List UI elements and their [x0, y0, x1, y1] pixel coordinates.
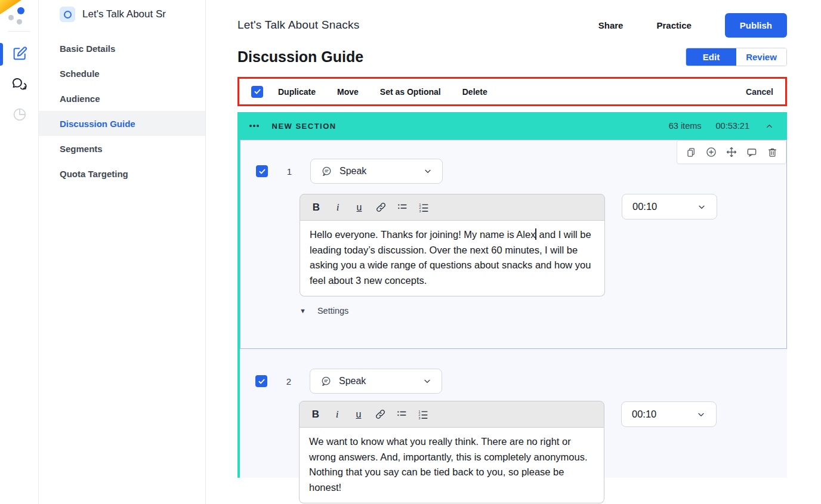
delete-item-icon[interactable]	[762, 142, 782, 162]
practice-button[interactable]: Practice	[656, 20, 691, 30]
guide-item-1-card: 1 Speak B i u	[240, 140, 787, 349]
item-2-number: 2	[283, 376, 295, 386]
rail-divider	[8, 31, 30, 32]
move-button[interactable]: Move	[337, 87, 359, 97]
pie-chart-icon	[11, 106, 28, 123]
item-2-duration-select[interactable]: 00:10	[621, 401, 717, 427]
underline-icon[interactable]: u	[348, 404, 369, 425]
speak-icon	[320, 165, 333, 178]
cancel-button[interactable]: Cancel	[746, 87, 773, 97]
sidebar-item-schedule[interactable]: Schedule	[39, 61, 205, 86]
item-2-editor: B i u 123 We want to know what you reall…	[299, 401, 604, 503]
project-name-heading: Let's Talk About Snacks	[237, 18, 359, 32]
page-header: Discussion Guide Edit Review	[237, 48, 787, 66]
numbered-list-icon[interactable]: 123	[412, 404, 434, 425]
app-logo-dots-icon[interactable]	[0, 5, 39, 29]
edit-review-toggle: Edit Review	[686, 48, 787, 66]
tab-review[interactable]: Review	[736, 48, 786, 66]
sidebar-item-basic-details[interactable]: Basic Details	[39, 36, 205, 61]
item-1-header-row: 1 Speak	[256, 159, 443, 184]
item-hover-toolbar	[677, 140, 786, 164]
link-icon[interactable]	[369, 404, 391, 425]
delete-button[interactable]: Delete	[462, 87, 487, 97]
item-2-type-label: Speak	[339, 376, 366, 386]
item-1-checkbox[interactable]	[256, 165, 268, 177]
add-item-icon[interactable]	[701, 142, 721, 162]
section-duration: 00:53:21	[716, 121, 749, 131]
rail-item-chat[interactable]	[0, 76, 39, 93]
project-sidebar: Let's Talk About Sr Basic Details Schedu…	[39, 0, 206, 504]
numbered-list-icon[interactable]: 123	[413, 197, 434, 218]
set-as-optional-button[interactable]: Set as Optional	[380, 87, 441, 97]
item-2-duration-value: 00:10	[632, 409, 656, 420]
item-2-header-row: 2 Speak	[255, 369, 442, 394]
main-content: Let's Talk About Snacks Share Practice P…	[206, 0, 821, 504]
item-1-settings-toggle[interactable]: ▼ Settings	[300, 306, 348, 316]
item-1-type-label: Speak	[339, 166, 366, 177]
share-button[interactable]: Share	[598, 20, 624, 30]
section-body: 1 Speak B i u	[237, 140, 787, 478]
section-title: NEW SECTION	[272, 122, 337, 131]
item-2-editor-toolbar: B i u 123	[299, 401, 604, 428]
bulk-action-bar: Duplicate Move Set as Optional Delete Ca…	[237, 77, 787, 106]
app-icon-rail	[0, 0, 39, 504]
section-collapse-button[interactable]	[765, 122, 774, 131]
duplicate-item-icon[interactable]	[681, 142, 701, 162]
rail-item-guide-editor[interactable]	[0, 45, 39, 62]
item-1-number: 1	[283, 166, 295, 177]
italic-icon[interactable]: i	[326, 404, 348, 425]
item-1-type-select[interactable]: Speak	[310, 159, 443, 184]
item-1-settings-label: Settings	[317, 306, 348, 316]
guide-item-2: 2 Speak B i u	[240, 369, 787, 504]
link-icon[interactable]	[370, 197, 391, 218]
bullet-list-icon[interactable]	[391, 197, 413, 218]
item-1-editor: B i u 123 Hello everyone. Thanks for joi…	[300, 194, 605, 296]
page-title: Discussion Guide	[237, 48, 363, 66]
speak-icon	[320, 375, 332, 388]
item-2-checkbox[interactable]	[255, 375, 267, 387]
item-2-text-input[interactable]: We want to know what you really think. T…	[299, 428, 604, 503]
item-1-text-input[interactable]: Hello everyone. Thanks for joining! My n…	[300, 221, 605, 296]
rail-item-reports[interactable]	[0, 106, 39, 123]
project-title: Let's Talk About Sr	[82, 8, 166, 20]
section-header: NEW SECTION 63 items 00:53:21	[237, 112, 787, 140]
project-avatar-icon	[60, 7, 75, 22]
move-item-icon[interactable]	[721, 142, 742, 162]
sidebar-item-quota-targeting[interactable]: Quota Targeting	[39, 161, 205, 186]
item-2-type-select[interactable]: Speak	[310, 369, 442, 394]
item-1-text-before-caret: Hello everyone. Thanks for joining! My n…	[310, 229, 535, 240]
italic-icon[interactable]: i	[327, 197, 348, 218]
section-items-count: 63 items	[669, 121, 702, 131]
sidebar-item-discussion-guide[interactable]: Discussion Guide	[39, 111, 205, 136]
section-menu-icon[interactable]	[249, 125, 259, 127]
triangle-down-icon: ▼	[300, 307, 306, 314]
chevron-down-icon	[422, 376, 432, 386]
bold-icon[interactable]: B	[305, 197, 327, 218]
sidebar-item-audience[interactable]: Audience	[39, 86, 205, 111]
compose-icon	[11, 45, 28, 62]
item-1-editor-toolbar: B i u 123	[300, 194, 605, 221]
top-header: Let's Talk About Snacks Share Practice P…	[237, 13, 787, 38]
duplicate-button[interactable]: Duplicate	[278, 87, 316, 97]
project-header[interactable]: Let's Talk About Sr	[39, 6, 205, 23]
item-1-duration-select[interactable]: 00:10	[622, 194, 717, 219]
svg-text:3: 3	[418, 416, 420, 420]
chevron-down-icon	[423, 166, 433, 176]
chat-bubbles-icon	[11, 76, 28, 93]
select-all-checkbox[interactable]	[251, 86, 263, 98]
chevron-down-icon	[696, 410, 706, 419]
chevron-down-icon	[697, 202, 706, 212]
bullet-list-icon[interactable]	[391, 404, 412, 425]
item-1-duration-value: 00:10	[632, 201, 657, 212]
svg-text:3: 3	[419, 209, 421, 213]
tab-edit[interactable]: Edit	[686, 48, 736, 66]
bold-icon[interactable]: B	[305, 404, 326, 425]
sidebar-item-segments[interactable]: Segments	[39, 136, 205, 161]
publish-button[interactable]: Publish	[725, 13, 787, 38]
comment-item-icon[interactable]	[742, 142, 762, 162]
underline-icon[interactable]: u	[348, 197, 370, 218]
